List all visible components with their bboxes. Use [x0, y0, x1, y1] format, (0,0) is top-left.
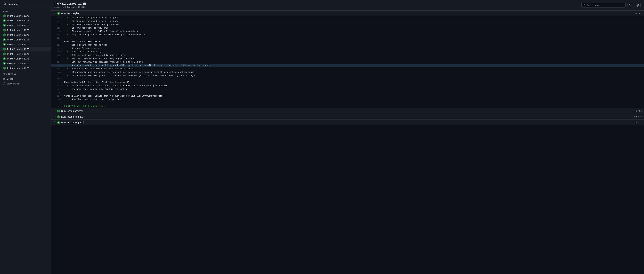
sidebar-job-php84-laravel1135[interactable]: PHP 8.4 Laravel 11.35 — [0, 66, 51, 70]
check-mark: ✓ — [64, 71, 68, 73]
sidebar-job-php82-laravel110[interactable]: PHP 8.2 Laravel 11.0 — [0, 23, 51, 28]
sidebar-job-php83-laravel1135[interactable]: PHP 8.3 Laravel 11.35 — [0, 47, 51, 51]
check-mark: ✓ — [64, 47, 68, 50]
log-line: 1230 ✓ User can be set manually — [51, 50, 644, 54]
line-number: 1225 — [54, 33, 62, 36]
section-header: Variant With Properties (Vanilo\MasterPr… — [64, 95, 165, 97]
sidebar-job-php82-laravel1135[interactable]: PHP 8.2 Laravel 11.35 — [0, 28, 51, 32]
log-area: Run Tests [sqlite]3m 34s1220 ✓ It replac… — [51, 10, 644, 274]
main-content: PHP 8.3 Laravel 11.35 succeeded 4 days a… — [51, 0, 644, 274]
sidebar-job-php84-laravel1048[interactable]: PHP 8.4 Laravel 10.48 — [0, 56, 51, 61]
check-mark: ✓ — [64, 34, 68, 36]
line-content: ✓ A variant can be created with properti… — [64, 98, 121, 101]
line-content: ✓ It converts paths to full urls — [64, 26, 108, 30]
line-content: ✓ It replaces the payable id in the path — [64, 16, 118, 19]
check-circle-icon — [3, 24, 6, 27]
job-row-label: Run Tests [mysql 5.7] — [61, 115, 84, 118]
log-line: 1246OK (922 tests, 605443 assertions) — [51, 105, 644, 108]
log-line: 1235 ✓ Automatic user assignment can be … — [51, 67, 644, 71]
line-number: 1230 — [54, 50, 62, 53]
sidebar-summary-label: Summary — [8, 2, 18, 5]
check-circle-icon — [57, 110, 60, 112]
log-line: 1229 ✓ No user for guest sessions — [51, 47, 644, 50]
line-number: 1238 — [54, 77, 62, 81]
sidebar-job-php83-laravel110[interactable]: PHP 8.3 Laravel 11.0 — [0, 42, 51, 47]
line-content: ✓ No user for guest sessions — [64, 47, 104, 50]
check-circle-icon — [57, 121, 60, 124]
check-circle-icon — [3, 38, 6, 41]
line-number: 1237 — [54, 74, 62, 77]
line-number: 1244 — [54, 98, 62, 101]
search-box[interactable] — [582, 3, 626, 8]
line-number: 1245 — [54, 101, 62, 104]
line-number: 1226 — [54, 37, 62, 40]
log-line: 1224 ✓ It converts paths to full urls ev… — [51, 30, 644, 33]
home-icon — [3, 2, 6, 5]
refresh-icon — [629, 4, 632, 7]
log-line: 1233 ✓ Gets automatically dissociated fr… — [51, 60, 644, 64]
run-details-item-usage[interactable]: Usage — [3, 76, 48, 81]
line-content: ✓ It leaves alone urls without parameter… — [64, 23, 120, 26]
refresh-button[interactable] — [627, 3, 633, 8]
log-line: 1226 — [51, 37, 644, 40]
chevron-down-icon — [54, 12, 56, 15]
jobs-section-label: Jobs — [0, 8, 51, 13]
job-row-label: Run Tests [sqlite] — [61, 12, 79, 15]
line-content: ✓ New carts are associated to already lo… — [64, 57, 134, 60]
check-mark: ✓ — [64, 51, 68, 53]
sidebar-job-php84-laravel1043[interactable]: PHP 8.4 Laravel 10.43 — [0, 51, 51, 56]
sidebar-job-label: PHP 8.2 Laravel 10.43 — [7, 15, 30, 17]
job-row-label: Run Tests [mysql 8.0] — [61, 121, 84, 124]
sidebar-job-label: PHP 8.2 Laravel 11.0 — [7, 24, 28, 27]
sidebar-job-php83-laravel1043[interactable]: PHP 8.3 Laravel 10.43 — [0, 32, 51, 37]
run-details-item-label: Workflow file — [7, 82, 19, 85]
job-row-run-tests-mysql80[interactable]: Run Tests [mysql 8.0]12m 21s — [51, 120, 644, 125]
log-line: 1236 ✓ If automatic user assignment is d… — [51, 71, 644, 74]
run-details-item-label: Usage — [7, 77, 13, 80]
check-mark: ✓ — [64, 57, 68, 60]
check-mark: ✓ — [64, 54, 68, 56]
line-number: 1224 — [54, 30, 62, 33]
ok-line: OK (922 tests, 605443 assertions) — [64, 105, 105, 107]
header-left: PHP 8.3 Laravel 11.35 succeeded 4 days a… — [54, 2, 86, 8]
job-duration: 12m 21s — [633, 121, 642, 124]
log-line: 1223 ✓ It converts paths to full urls — [51, 26, 644, 30]
sidebar-job-label: PHP 8.2 Laravel 11.35 — [7, 29, 30, 31]
sidebar-summary-item[interactable]: Summary — [0, 0, 51, 8]
sidebar-job-php84-laravel110[interactable]: PHP 8.4 Laravel 11.0 — [0, 61, 51, 66]
line-number: 1228 — [54, 44, 62, 47]
check-mark: ✓ — [64, 74, 68, 77]
sidebar-job-label: PHP 8.3 Laravel 10.43 — [7, 34, 30, 36]
log-line: 1227User (Vanilo\Cart\Tests\User) — [51, 40, 644, 43]
job-row-run-tests-sqlite[interactable]: Run Tests [sqlite]3m 34s — [51, 10, 644, 16]
run-details-item-workflow-file[interactable]: Workflow file — [3, 81, 48, 86]
line-content: ✓ If automatic user assignment is disabl… — [64, 74, 197, 77]
line-number: 1239 — [54, 81, 62, 84]
job-row-label: Run Tests [postgres] — [61, 110, 83, 112]
log-line: 1244 ✓ A variant can be created with pro… — [51, 98, 644, 101]
line-content: ✓ It replaces the payable id in the quer… — [64, 20, 120, 23]
check-circle-icon — [57, 12, 60, 15]
log-lines-run-tests-sqlite: 1220 ✓ It replaces the payable id in the… — [51, 16, 644, 108]
page-subtitle: succeeded 4 days ago in 30m 38s — [54, 6, 86, 8]
sidebar-jobs-list: PHP 8.2 Laravel 10.43PHP 8.2 Laravel 10.… — [0, 13, 51, 70]
job-duration: 3m 34s — [634, 12, 642, 15]
search-input[interactable] — [587, 4, 624, 6]
sidebar-job-php83-laravel1048[interactable]: PHP 8.3 Laravel 10.48 — [0, 37, 51, 42]
settings-button[interactable] — [635, 3, 640, 8]
check-circle-icon — [3, 48, 6, 50]
sidebar-job-php82-laravel1043[interactable]: PHP 8.2 Laravel 10.43 — [0, 13, 51, 18]
line-content: OK (922 tests, 605443 assertions) — [64, 105, 105, 108]
log-line: 1232 ✓ New carts are associated to alrea… — [51, 57, 644, 60]
job-row-run-tests-postgres[interactable]: Run Tests [postgres]4m 45s — [51, 108, 644, 114]
line-content: ✓ It preserves query parameters when pat… — [64, 33, 146, 36]
file-icon — [3, 82, 6, 85]
check-mark: ✓ — [64, 68, 68, 70]
job-row-run-tests-mysql57[interactable]: Run Tests [mysql 5.7]8m 54s — [51, 114, 644, 120]
page-title: PHP 8.3 Laravel 11.35 — [54, 2, 86, 5]
line-content: ✓ It converts paths to full urls even wi… — [64, 30, 138, 33]
sidebar-job-label: PHP 8.3 Laravel 10.48 — [7, 38, 30, 41]
log-line: 1241 ✓ The user model can be specified i… — [51, 88, 644, 91]
sidebar-job-php82-laravel1048[interactable]: PHP 8.2 Laravel 10.48 — [0, 18, 51, 23]
log-line: 1238 — [51, 77, 644, 81]
